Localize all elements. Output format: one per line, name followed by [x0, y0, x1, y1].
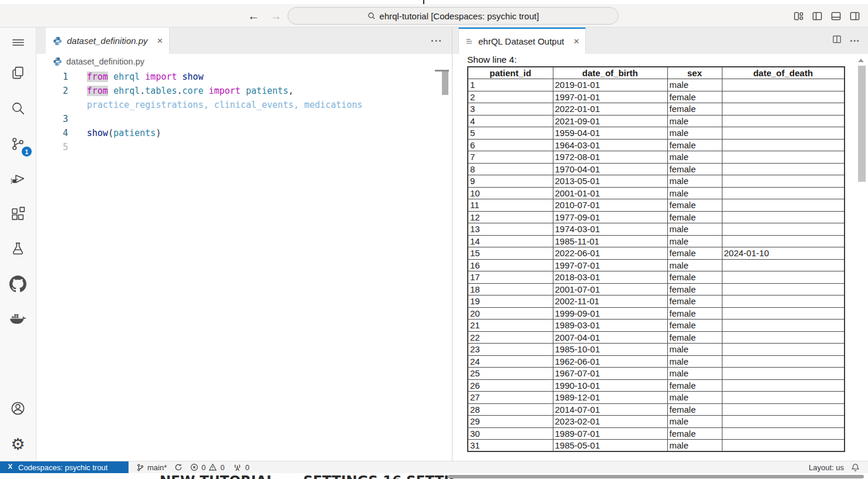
tab-ehrql-dataset-output[interactable]: ehrQL Dataset Output × — [458, 28, 586, 54]
menu-button[interactable] — [0, 28, 36, 56]
toggle-secondary-sidebar-icon[interactable] — [850, 11, 860, 21]
table-cell: 3 — [468, 103, 553, 115]
code-line[interactable]: 2from ehrql.tables.core import patients, — [36, 84, 452, 98]
table-cell: male — [667, 115, 722, 127]
code-editor[interactable]: 1from ehrql import show2from ehrql.table… — [36, 70, 452, 461]
table-row: 121977-09-01female — [468, 211, 845, 223]
line-number: 2 — [36, 84, 68, 98]
sidebar-item-search[interactable] — [0, 94, 36, 122]
keyboard-layout-status[interactable]: Layout: us — [809, 463, 844, 472]
code-line[interactable]: 5 — [36, 140, 452, 154]
sidebar-item-run-debug[interactable] — [0, 164, 36, 192]
table-cell — [722, 103, 845, 115]
editor-scrollbar[interactable] — [442, 72, 448, 95]
tab-close-icon[interactable]: × — [573, 36, 579, 46]
remote-label: Codespaces: psychic trout — [18, 463, 107, 472]
output-heading: Show line 4: — [467, 55, 516, 65]
remote-status[interactable]: Codespaces: psychic trout — [0, 461, 129, 473]
notifications-bell[interactable] — [851, 463, 860, 472]
table-cell: 17 — [468, 271, 553, 284]
code-line[interactable]: 1from ehrql import show — [36, 70, 452, 84]
table-row: 282014-07-01female — [468, 403, 845, 416]
sidebar-item-github[interactable] — [0, 270, 36, 298]
table-cell: 2001-07-01 — [553, 283, 667, 295]
table-cell: 1972-08-01 — [553, 151, 667, 164]
code-line[interactable]: 3 — [36, 112, 452, 126]
sidebar-item-testing[interactable] — [0, 235, 36, 263]
toggle-panel-icon[interactable] — [831, 11, 841, 21]
editor-more-actions[interactable]: ··· — [431, 28, 443, 54]
table-cell — [722, 283, 845, 295]
sidebar-item-source-control[interactable]: 1 — [0, 130, 36, 158]
table-cell — [722, 79, 845, 91]
editor-tab-bar: dataset_definition.py × ··· — [36, 28, 452, 54]
sidebar-item-extensions[interactable] — [0, 199, 36, 227]
toggle-primary-sidebar-icon[interactable] — [812, 11, 822, 21]
remote-icon — [6, 463, 14, 472]
panel-more-actions[interactable]: ··· — [850, 35, 860, 47]
editor-group: dataset_definition.py × ··· dataset_defi… — [36, 28, 452, 461]
table-cell: 20 — [468, 307, 553, 320]
column-header: sex — [667, 67, 722, 79]
table-cell: 1985-10-01 — [553, 344, 667, 356]
history-forward-button[interactable]: → — [270, 9, 282, 23]
table-row: 71972-08-01male — [468, 151, 845, 164]
panel-scrollbar[interactable] — [858, 66, 866, 182]
table-cell: 22 — [468, 331, 553, 344]
table-row: 241962-06-01male — [468, 355, 845, 368]
settings-button[interactable]: ⚙ — [0, 430, 36, 458]
table-cell — [722, 427, 845, 440]
cursor-artifact — [423, 0, 424, 4]
search-icon — [367, 12, 376, 20]
sync-button[interactable] — [174, 463, 183, 471]
code-text: show(patients) — [87, 126, 161, 140]
table-cell: female — [667, 295, 722, 308]
table-cell: female — [667, 199, 722, 212]
table-cell: 8 — [468, 163, 553, 175]
ports-status[interactable]: 0 — [232, 463, 249, 472]
code-line[interactable]: 4show(patients) — [36, 126, 452, 140]
table-cell — [722, 416, 845, 428]
customize-layout-icon[interactable] — [793, 11, 803, 21]
dataset-table: patient_iddate_of_birthsexdate_of_death1… — [467, 66, 845, 452]
table-row: 211989-03-01female — [468, 320, 845, 332]
table-cell: male — [667, 355, 722, 368]
table-row: 271989-12-01male — [468, 392, 845, 404]
tab-dataset-definition[interactable]: dataset_definition.py × — [46, 28, 170, 54]
command-center[interactable]: ehrql-tutorial [Codespaces: psychic trou… — [288, 7, 619, 25]
sidebar-item-docker[interactable] — [0, 305, 36, 333]
table-cell: 15 — [468, 247, 553, 260]
table-cell: male — [667, 235, 722, 247]
table-cell: male — [667, 223, 722, 236]
table-cell — [722, 127, 845, 140]
scroll-up-arrow[interactable] — [858, 59, 864, 62]
table-cell: male — [667, 151, 722, 164]
table-row: 292023-02-01male — [468, 416, 845, 428]
branch-status[interactable]: main* — [136, 463, 167, 472]
clipped-page-text: NEW TUTORIAL SETTINGS 16 SETTINGS — [160, 473, 453, 479]
table-cell: 25 — [468, 368, 553, 380]
account-button[interactable] — [0, 394, 36, 422]
tab-close-icon[interactable]: × — [157, 36, 163, 46]
code-text: from ehrql.tables.core import patients, — [87, 84, 293, 98]
problems-status[interactable]: 0 0 — [190, 463, 224, 472]
table-cell: 2022-06-01 — [553, 247, 667, 260]
table-cell — [722, 91, 845, 103]
breadcrumb[interactable]: dataset_definition.py — [36, 54, 452, 69]
table-cell: 14 — [468, 235, 553, 247]
table-row: 42021-09-01male — [468, 115, 845, 127]
table-cell — [722, 175, 845, 188]
table-row: 112010-07-01female — [468, 199, 845, 212]
table-cell: 19 — [468, 295, 553, 308]
table-row: 311985-05-01male — [468, 440, 845, 452]
sidebar-item-explorer[interactable] — [0, 59, 36, 87]
table-row: 81970-04-01female — [468, 163, 845, 175]
table-cell: 1997-01-01 — [553, 91, 667, 103]
history-back-button[interactable]: ← — [248, 9, 259, 23]
table-cell: female — [667, 163, 722, 175]
table-cell: 2019-01-01 — [553, 79, 667, 91]
split-editor-icon[interactable] — [832, 35, 842, 47]
table-row: 261990-10-01female — [468, 379, 845, 392]
code-line[interactable]: practice_registrations, clinical_events,… — [36, 98, 452, 112]
table-cell: 13 — [468, 223, 553, 236]
